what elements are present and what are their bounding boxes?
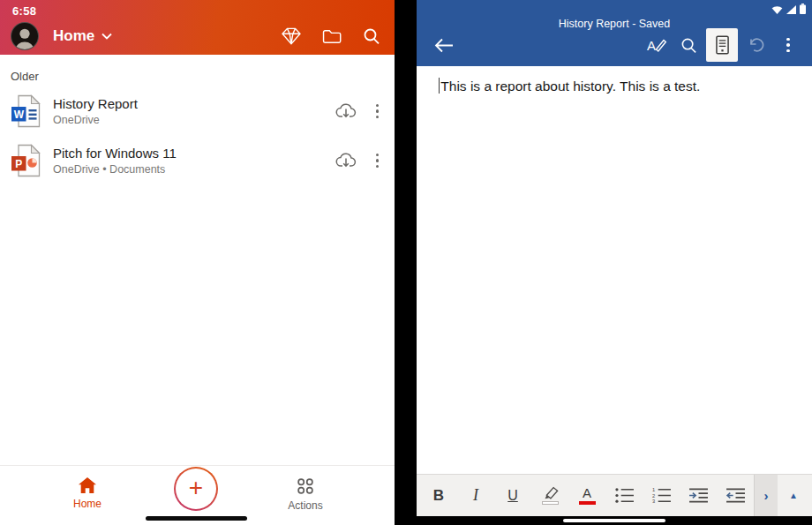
account-avatar[interactable] — [11, 22, 39, 50]
undo-button — [741, 28, 771, 62]
nav-tab-actions[interactable]: Actions — [268, 477, 342, 512]
svg-text:W: W — [14, 109, 25, 121]
toolbar-more-scroll[interactable]: › — [754, 475, 778, 516]
highlight-color-swatch — [542, 501, 559, 506]
file-location: OneDrive • Documents — [53, 163, 177, 176]
battery-icon — [800, 4, 806, 14]
file-overflow-menu-icon[interactable] — [372, 101, 383, 123]
nav-label-actions: Actions — [288, 499, 322, 512]
ink-formatting-button[interactable]: A — [641, 28, 671, 62]
file-title: History Report — [53, 96, 138, 111]
font-color-button[interactable]: A — [568, 475, 605, 516]
cellular-signal-icon — [786, 5, 796, 14]
split-screen-divider[interactable] — [395, 0, 417, 525]
numbered-list-button[interactable]: 123 — [643, 475, 680, 516]
download-cloud-icon[interactable] — [335, 101, 357, 122]
collapse-toolbar-button[interactable]: ▲ — [778, 475, 809, 516]
highlighter-pen-icon — [541, 486, 559, 499]
increase-indent-button[interactable] — [680, 475, 717, 516]
svg-text:2: 2 — [652, 493, 655, 499]
file-row-pitch-windows11[interactable]: P Pitch for Windows 11 OneDrive • Docume… — [0, 136, 395, 185]
bottom-navigation: Home + Actions — [0, 465, 395, 525]
search-icon[interactable] — [363, 27, 380, 45]
file-section-label: Older — [11, 70, 395, 83]
pen-a-icon: A — [645, 35, 667, 55]
bold-button[interactable]: B — [420, 475, 457, 516]
nav-label-home: Home — [73, 498, 102, 510]
file-title: Pitch for Windows 11 — [53, 146, 177, 161]
underline-button[interactable]: U — [494, 475, 531, 516]
bullet-list-button[interactable] — [605, 475, 643, 516]
gesture-home-indicator[interactable] — [146, 516, 247, 521]
find-button[interactable] — [673, 28, 703, 62]
actions-circles-icon — [297, 477, 314, 495]
page-title[interactable]: Home — [53, 27, 94, 45]
undo-icon — [747, 37, 764, 53]
highlight-button[interactable] — [531, 475, 568, 516]
mobile-view-icon — [716, 35, 729, 55]
overflow-dots-icon — [783, 34, 793, 56]
svg-text:1: 1 — [652, 487, 655, 492]
file-row-history-report[interactable]: W History Report OneDrive — [0, 86, 395, 136]
download-cloud-icon[interactable] — [335, 151, 357, 171]
decrease-indent-button[interactable] — [717, 475, 754, 516]
increase-indent-icon — [688, 487, 709, 504]
home-icon — [79, 477, 96, 493]
numbered-list-icon: 123 — [651, 487, 672, 504]
word-editor-panel: History Report - Saved A — [417, 0, 812, 525]
chevron-down-icon[interactable] — [102, 33, 112, 40]
file-location: OneDrive — [53, 114, 138, 126]
gesture-bar-strip — [417, 516, 812, 525]
wifi-icon — [771, 5, 783, 14]
document-text: This is a report about history. This is … — [440, 79, 700, 94]
file-overflow-menu-icon[interactable] — [372, 150, 383, 172]
home-header: 6:58 Home — [0, 0, 395, 55]
premium-gem-icon[interactable] — [282, 27, 301, 45]
person-silhouette — [11, 25, 38, 49]
formatting-toolbar: B I U A 123 — [417, 474, 812, 516]
svg-text:3: 3 — [652, 499, 655, 504]
editor-header: History Report - Saved A — [417, 0, 812, 66]
gesture-home-indicator[interactable] — [563, 519, 665, 523]
mobile-view-toggle-button[interactable] — [706, 28, 738, 62]
bullet-list-icon — [614, 487, 635, 504]
decrease-indent-icon — [726, 487, 746, 504]
editor-overflow-menu-button[interactable] — [773, 28, 803, 62]
nav-tab-home[interactable]: Home — [50, 477, 124, 510]
back-button[interactable] — [429, 28, 459, 62]
back-arrow-icon — [434, 38, 454, 53]
create-new-button[interactable]: + — [174, 467, 218, 511]
italic-button[interactable]: I — [457, 475, 494, 516]
svg-text:A: A — [647, 38, 656, 53]
svg-text:P: P — [15, 158, 22, 170]
font-color-swatch — [579, 501, 596, 506]
document-canvas[interactable]: This is a report about history. This is … — [417, 66, 812, 474]
font-color-letter: A — [583, 486, 591, 499]
plus-icon: + — [189, 476, 203, 500]
word-file-icon: W — [11, 94, 41, 128]
powerpoint-file-icon: P — [11, 144, 41, 177]
status-bar-icons — [771, 4, 806, 14]
folder-icon[interactable] — [322, 28, 342, 44]
office-home-panel: 6:58 Home — [0, 0, 395, 525]
status-time: 6:58 — [12, 4, 36, 18]
search-icon — [680, 37, 697, 54]
